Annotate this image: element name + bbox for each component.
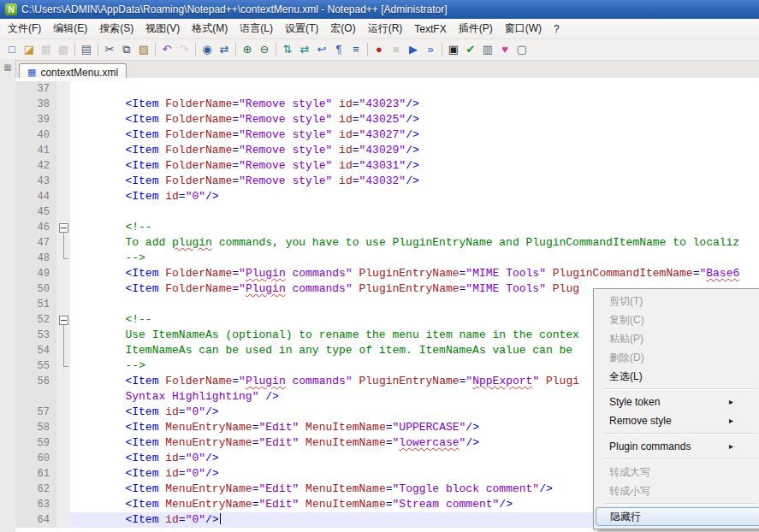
code-line-text[interactable]: <!-- bbox=[70, 220, 759, 235]
context-menu-item-hide-lines[interactable]: 隐藏行 bbox=[596, 507, 759, 526]
code-line-text[interactable] bbox=[70, 81, 759, 97]
show-indent-guide-icon[interactable]: ≡ bbox=[348, 42, 364, 57]
macro-record-icon[interactable]: ● bbox=[371, 42, 387, 57]
code-line-text[interactable]: <Item FolderName="Remove style" id="4303… bbox=[70, 158, 759, 174]
code-token bbox=[72, 421, 125, 434]
sync-vertical-scroll-icon[interactable]: ⇅ bbox=[280, 42, 295, 57]
code-line-text[interactable]: <Item FolderName="Remove style" id="4302… bbox=[70, 97, 759, 112]
zoom-in-icon[interactable]: ⊕ bbox=[240, 42, 255, 57]
code-token bbox=[72, 144, 125, 157]
copy-icon[interactable]: ⧉ bbox=[119, 42, 134, 57]
print-icon[interactable]: ▤ bbox=[79, 42, 94, 57]
menubar-item-help[interactable]: ? bbox=[548, 20, 566, 38]
find-icon[interactable]: ◉ bbox=[199, 42, 215, 57]
code-line-text[interactable]: <Item FolderName="Plugin commands" Plugi… bbox=[70, 266, 759, 281]
line-number: 53 bbox=[15, 328, 56, 343]
code-line-text[interactable]: --> bbox=[70, 251, 759, 266]
code-token: = bbox=[386, 436, 393, 449]
line-number: 61 bbox=[15, 466, 56, 482]
code-line-text[interactable]: <Item id="0"/> bbox=[70, 189, 759, 204]
word-wrap-icon[interactable]: ↩ bbox=[314, 42, 329, 57]
code-token: MenuItemName bbox=[305, 498, 386, 511]
spell-check-icon[interactable]: ✔ bbox=[463, 42, 478, 57]
menubar-item-settings[interactable]: 设置(T) bbox=[279, 18, 324, 39]
code-line-text[interactable]: To add plugin commands, you have to use … bbox=[70, 235, 759, 251]
document-map-icon[interactable]: ▥ bbox=[480, 42, 495, 57]
menubar-item-plugins[interactable]: 插件(P) bbox=[453, 18, 499, 39]
paste-icon[interactable]: ▨ bbox=[136, 42, 151, 57]
context-menu-item-cut[interactable]: 剪切(T) bbox=[594, 292, 759, 310]
fold-marker[interactable] bbox=[56, 312, 70, 328]
context-menu-item-paste[interactable]: 粘贴(P) bbox=[594, 329, 759, 348]
code-token bbox=[546, 282, 553, 295]
menubar-item-macro[interactable]: 宏(O) bbox=[324, 18, 361, 39]
show-all-characters-icon[interactable]: ¶ bbox=[331, 42, 347, 57]
fold-margin bbox=[56, 451, 70, 466]
code-token bbox=[72, 467, 125, 480]
menubar-item-window[interactable]: 窗口(W) bbox=[499, 18, 548, 39]
code-line-text[interactable]: <Item FolderName="Remove style" id="4302… bbox=[70, 143, 759, 158]
docked-panel-strip[interactable]: ▦ bbox=[0, 59, 16, 532]
code-token: <Item bbox=[125, 498, 165, 511]
context-menu-item-select-all[interactable]: 全选(L) bbox=[594, 367, 759, 386]
menubar-item-file[interactable]: 文件(F) bbox=[2, 18, 47, 39]
save-icon[interactable]: ▦ bbox=[39, 42, 54, 57]
fold-margin bbox=[56, 189, 70, 204]
menubar-item-run[interactable]: 运行(R) bbox=[362, 18, 409, 39]
line-number: 62 bbox=[15, 482, 56, 497]
fold-collapse-icon[interactable] bbox=[59, 223, 68, 233]
context-menu-item-style-token[interactable]: Style token▸ bbox=[594, 393, 759, 411]
menubar-item-search[interactable]: 搜索(S) bbox=[93, 18, 139, 39]
replace-icon[interactable]: ⇄ bbox=[216, 42, 232, 57]
context-menu-item-copy[interactable]: 复制(C) bbox=[594, 310, 759, 329]
favorite-heart-icon[interactable]: ♥ bbox=[497, 42, 513, 57]
line-number: 48 bbox=[15, 251, 56, 266]
code-line-text[interactable]: <Item FolderName="Remove style" id="4302… bbox=[70, 112, 759, 127]
macro-play-icon[interactable]: ▶ bbox=[406, 42, 421, 57]
plugin-doc-icon[interactable]: ▢ bbox=[514, 42, 530, 57]
zoom-out-icon[interactable]: ⊖ bbox=[257, 42, 272, 57]
cut-icon[interactable]: ✂ bbox=[102, 42, 117, 57]
save-all-icon[interactable]: ▩ bbox=[56, 42, 71, 57]
sync-horizontal-scroll-icon[interactable]: ⇄ bbox=[297, 42, 312, 57]
code-token: <Item bbox=[125, 467, 165, 480]
code-line-text[interactable] bbox=[70, 204, 759, 220]
code-token: /> bbox=[406, 159, 419, 172]
code-token: "Remove style" bbox=[239, 113, 332, 126]
code-token: MenuItemName bbox=[305, 436, 386, 449]
code-line-text[interactable]: <Item FolderName="Remove style" id="4303… bbox=[70, 174, 759, 189]
macro-run-multiple-icon[interactable]: » bbox=[423, 42, 438, 57]
code-token: /> bbox=[205, 452, 219, 464]
context-menu-item-label: Style token bbox=[609, 396, 660, 408]
fold-collapse-icon[interactable] bbox=[59, 316, 68, 325]
context-menu-item-to-lowercase[interactable]: 转成小写 bbox=[594, 482, 759, 500]
context-menu-item-to-uppercase[interactable]: 转成大写 bbox=[594, 463, 759, 482]
code-token: plugin bbox=[172, 236, 212, 249]
fold-margin bbox=[56, 266, 70, 281]
fold-minus bbox=[61, 228, 67, 228]
menubar-item-language[interactable]: 语言(L) bbox=[234, 18, 279, 39]
line-number: 63 bbox=[15, 497, 56, 512]
menubar-item-format[interactable]: 格式(M) bbox=[186, 18, 234, 39]
macro-stop-icon[interactable]: ■ bbox=[388, 42, 404, 57]
code-token: "Edit" bbox=[258, 482, 299, 495]
menubar-item-textfx[interactable]: TextFX bbox=[408, 20, 452, 38]
open-folder-icon[interactable]: ◪ bbox=[21, 42, 37, 57]
fold-margin bbox=[56, 466, 70, 482]
new-file-icon[interactable]: □ bbox=[4, 42, 20, 57]
menubar-item-edit[interactable]: 编辑(E) bbox=[47, 18, 93, 39]
context-menu-item-plugin-commands[interactable]: Plugin commands▸ bbox=[594, 437, 759, 456]
context-menu-item-remove-style[interactable]: Remove style▸ bbox=[594, 411, 759, 430]
code-token: = bbox=[353, 174, 359, 187]
context-menu-item-delete[interactable]: 删除(D) bbox=[594, 348, 759, 367]
code-token: Use ItemNameAs (optional) to rename the … bbox=[125, 328, 579, 341]
code-token: = bbox=[232, 174, 239, 187]
console-monitor-icon[interactable]: ▣ bbox=[446, 42, 461, 57]
fold-marker[interactable] bbox=[56, 220, 70, 235]
undo-icon[interactable]: ↶ bbox=[159, 42, 175, 57]
code-line-text[interactable]: <Item FolderName="Remove style" id="4302… bbox=[70, 127, 759, 143]
code-token: /> bbox=[205, 405, 219, 418]
redo-icon[interactable]: ↷ bbox=[176, 42, 192, 57]
title-bar[interactable]: N C:\Users\ADMIN\AppData\Roaming\Notepad… bbox=[0, 0, 759, 19]
menubar-item-view[interactable]: 视图(V) bbox=[139, 18, 186, 39]
